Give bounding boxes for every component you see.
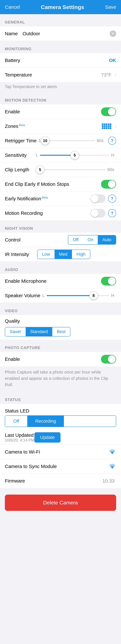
motion-enable-toggle[interactable] <box>101 108 116 116</box>
night-control-segmented: Off On Auto <box>68 235 116 244</box>
clip-max: 60s <box>107 167 114 172</box>
battery-label: Battery <box>5 58 109 63</box>
led-recording-option[interactable]: Recording <box>27 416 64 427</box>
sync-row: Camera to Sync Module <box>0 459 121 474</box>
status-led-label-row: Status LED <box>0 404 121 414</box>
night-vision-card: Control Off On Auto IR Intensity Low Med… <box>0 233 121 262</box>
end-clip-thumb <box>108 180 116 188</box>
ir-low[interactable]: Low <box>37 250 55 259</box>
save-button[interactable]: Save <box>105 4 116 10</box>
speaker-thumb[interactable]: 8 <box>89 292 98 300</box>
night-vision-section-header: NIGHT VISION <box>0 220 121 233</box>
speaker-fill <box>47 295 94 296</box>
delete-camera-button[interactable]: Delete Camera <box>5 494 116 511</box>
monitoring-card: Battery OK Temperature 73°F › <box>0 53 121 82</box>
retrigger-help-button[interactable]: ? <box>108 137 116 145</box>
photo-capture-section-header: PHOTO CAPTURE <box>0 340 121 352</box>
night-control-off[interactable]: Off <box>68 236 83 244</box>
nav-title: Camera Settings <box>41 4 84 10</box>
sensitivity-track[interactable]: 5 <box>40 155 109 156</box>
last-updated-text: Last Updated 10/6/20, 4:14 PM <box>5 432 34 442</box>
early-notif-thumb <box>91 195 98 202</box>
motion-rec-toggle[interactable] <box>90 209 105 218</box>
end-clip-toggle[interactable] <box>101 180 116 188</box>
mic-label: Enable Microphone <box>5 278 101 284</box>
photo-enable-toggle[interactable] <box>101 355 116 364</box>
night-control-on[interactable]: On <box>83 236 98 244</box>
led-off-option[interactable]: Off <box>5 416 27 427</box>
temperature-value: 73°F <box>101 72 111 78</box>
temperature-chevron-icon: › <box>115 72 116 78</box>
clip-track[interactable]: 5 <box>40 169 105 170</box>
ir-high[interactable]: High <box>72 250 90 259</box>
clip-length-row: Clip Length 5 5 60s <box>0 162 121 177</box>
cancel-button[interactable]: Cancel <box>5 4 20 10</box>
mic-toggle[interactable] <box>101 277 116 286</box>
firmware-row: Firmware 10.33 <box>0 474 121 488</box>
sensitivity-fill <box>40 155 75 156</box>
motion-rec-thumb <box>91 209 98 217</box>
ir-intensity-label: IR Intensity <box>5 252 37 257</box>
update-button[interactable]: Update <box>34 432 61 442</box>
wifi-row: Camera to Wi-Fi <box>0 445 121 459</box>
speaker-label: Speaker Volume <box>5 292 40 299</box>
wifi-icon <box>108 448 116 456</box>
quality-label: Quality <box>5 318 20 324</box>
clip-length-label: Clip Length <box>5 167 34 172</box>
battery-row: Battery OK <box>0 53 121 68</box>
name-label: Name <box>5 31 18 36</box>
photo-enable-thumb <box>108 355 116 363</box>
retrigger-row: Retrigger Time 10 10 60s ? <box>0 134 121 148</box>
monitoring-section-header: MONITORING <box>0 41 121 53</box>
mic-row: Enable Microphone <box>0 274 121 288</box>
name-row: Name ✕ <box>0 26 121 41</box>
photo-capture-note: Photo Capture will take a photo once per… <box>0 366 121 392</box>
status-section-header: STATUS <box>0 392 121 404</box>
quality-standard[interactable]: Standard <box>26 327 52 336</box>
early-notif-help-button[interactable]: ? <box>108 195 116 203</box>
video-card: Quality Saver Standard Best <box>0 315 121 340</box>
end-clip-row: End Clip Early If Motion Stops <box>0 177 121 192</box>
status-led-segmented: Off Recording <box>5 416 116 427</box>
last-updated-row: Last Updated 10/6/20, 4:14 PM Update <box>0 430 121 445</box>
firmware-value: 10.33 <box>102 478 114 484</box>
night-control-label: Control <box>5 237 68 243</box>
early-notif-row: Early NotificationBeta ? <box>0 192 121 206</box>
temperature-hint: Tap Temperature to set alerts <box>0 82 121 92</box>
night-control-auto[interactable]: Auto <box>98 236 116 244</box>
ir-intensity-row: IR Intensity Low Med High <box>0 247 121 262</box>
motion-rec-label: Motion Recording <box>5 210 90 216</box>
motion-card: Enable ZonesBeta › Retrigger Time 10 10 … <box>0 104 121 220</box>
sensitivity-max: H <box>111 153 114 158</box>
zones-grid-icon <box>102 124 111 129</box>
zones-label: ZonesBeta <box>5 124 102 129</box>
ir-med[interactable]: Med <box>55 250 72 259</box>
motion-enable-label: Enable <box>5 109 101 114</box>
general-section-header: GENERAL <box>0 14 121 26</box>
early-notif-label: Early NotificationBeta <box>5 196 90 202</box>
retrigger-track[interactable]: 10 <box>45 140 95 141</box>
clear-name-button[interactable]: ✕ <box>110 30 116 37</box>
quality-saver[interactable]: Saver <box>5 327 26 336</box>
firmware-label: Firmware <box>5 478 102 484</box>
early-notif-toggle[interactable] <box>90 194 105 203</box>
speaker-row: Speaker Volume L 8 H <box>0 288 121 303</box>
motion-rec-help-button[interactable]: ? <box>108 209 116 217</box>
zones-chevron-icon: › <box>115 124 116 129</box>
general-card: Name ✕ <box>0 26 121 41</box>
retrigger-thumb[interactable]: 10 <box>41 136 49 145</box>
speaker-track[interactable]: 8 <box>47 295 109 296</box>
clip-thumb[interactable]: 5 <box>36 166 44 174</box>
quality-best[interactable]: Best <box>52 327 70 336</box>
sync-label: Camera to Sync Module <box>5 464 108 469</box>
status-led-label: Status LED <box>5 408 29 414</box>
audio-section-header: AUDIO <box>0 262 121 274</box>
name-input[interactable] <box>23 31 110 36</box>
sync-wifi-icon <box>108 462 116 470</box>
temperature-row[interactable]: Temperature 73°F › <box>0 68 121 82</box>
zones-row[interactable]: ZonesBeta › <box>0 119 121 134</box>
photo-enable-row: Enable <box>0 352 121 366</box>
sensitivity-thumb[interactable]: 5 <box>70 151 79 160</box>
night-control-row: Control Off On Auto <box>0 233 121 247</box>
wifi-label: Camera to Wi-Fi <box>5 449 108 455</box>
